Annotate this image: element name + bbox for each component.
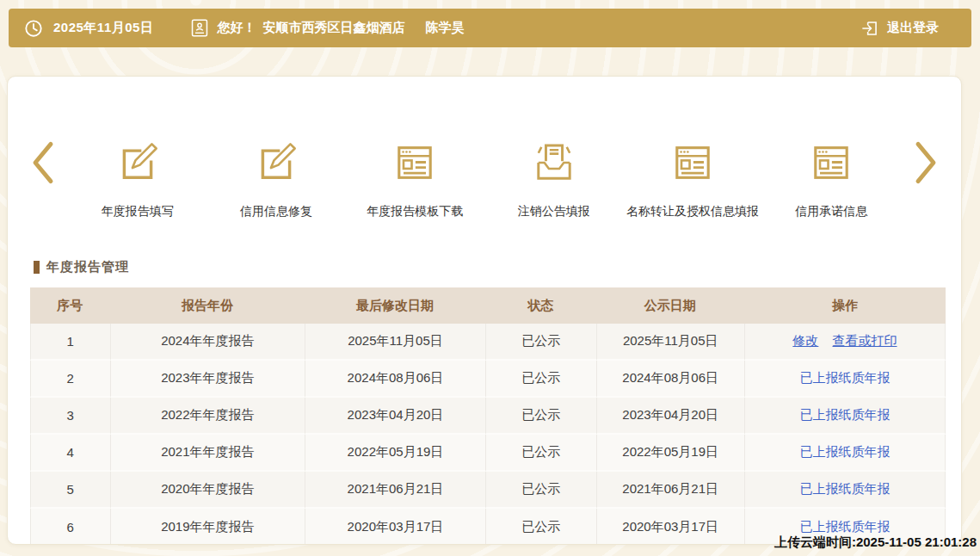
paper-report-link[interactable]: 已上报纸质年报 bbox=[799, 370, 890, 385]
carousel-item-credit-repair[interactable]: 信用信息修复 bbox=[206, 140, 345, 219]
cell-publish: 2021年06月21日 bbox=[596, 472, 744, 509]
carousel-item-name-transfer[interactable]: 名称转让及授权信息填报 bbox=[623, 140, 761, 219]
webpage-list-icon bbox=[809, 140, 854, 185]
col-header-publish: 公示日期 bbox=[596, 287, 744, 324]
cell-seq: 1 bbox=[30, 324, 110, 361]
carousel-prev-button[interactable] bbox=[18, 140, 68, 185]
cell-status: 已公示 bbox=[485, 435, 596, 472]
paper-report-link[interactable]: 已上报纸质年报 bbox=[799, 444, 890, 459]
clock-icon bbox=[24, 19, 43, 38]
cell-publish: 2020年03月17日 bbox=[596, 509, 744, 545]
cell-status: 已公示 bbox=[485, 361, 596, 398]
current-date: 2025年11月05日 bbox=[53, 20, 153, 36]
section-title-bullet bbox=[34, 261, 40, 274]
carousel-item-label: 注销公告填报 bbox=[518, 204, 590, 219]
col-header-year: 报告年份 bbox=[110, 287, 305, 324]
paper-report-link[interactable]: 已上报纸质年报 bbox=[799, 407, 890, 422]
cell-year: 2019年年度报告 bbox=[110, 509, 305, 545]
function-carousel: 年度报告填写 信用信息修复 年度报告模板下载 bbox=[8, 77, 961, 219]
col-header-seq: 序号 bbox=[30, 287, 110, 324]
col-header-modified: 最后修改日期 bbox=[305, 287, 485, 324]
cell-publish: 2022年05月19日 bbox=[596, 435, 744, 472]
section-title: 年度报告管理 bbox=[34, 259, 961, 275]
chevron-right-icon bbox=[911, 139, 940, 186]
cell-actions: 已上报纸质年报 bbox=[744, 361, 946, 398]
annual-report-table-wrapper: 序号 报告年份 最后修改日期 状态 公示日期 操作 1 2024年年度报告 20… bbox=[30, 287, 946, 545]
inbox-document-icon bbox=[532, 140, 576, 185]
cell-actions: 已上报纸质年报 bbox=[744, 398, 946, 435]
cell-status: 已公示 bbox=[485, 509, 596, 545]
annual-report-table: 序号 报告年份 最后修改日期 状态 公示日期 操作 1 2024年年度报告 20… bbox=[30, 287, 946, 545]
logout-label: 退出登录 bbox=[887, 20, 939, 36]
id-card-icon bbox=[191, 18, 208, 38]
cell-seq: 4 bbox=[30, 435, 110, 472]
col-header-status: 状态 bbox=[485, 287, 596, 324]
greeting-text: 您好！ bbox=[217, 20, 256, 36]
cell-modified: 2021年06月21日 bbox=[305, 472, 485, 509]
cell-year: 2024年年度报告 bbox=[110, 324, 305, 361]
cell-status: 已公示 bbox=[485, 324, 596, 361]
cell-status: 已公示 bbox=[485, 472, 596, 509]
paper-report-link[interactable]: 已上报纸质年报 bbox=[799, 519, 890, 534]
table-row: 5 2020年年度报告 2021年06月21日 已公示 2021年06月21日 … bbox=[30, 472, 946, 509]
main-card: 年度报告填写 信用信息修复 年度报告模板下载 bbox=[7, 76, 962, 545]
carousel-item-label: 年度报告模板下载 bbox=[367, 204, 463, 219]
cell-modified: 2022年05月19日 bbox=[305, 435, 485, 472]
carousel-item-template-download[interactable]: 年度报告模板下载 bbox=[346, 140, 484, 219]
cell-actions: 已上报纸质年报 bbox=[744, 435, 946, 472]
company-name: 安顺市西秀区日鑫烟酒店 bbox=[262, 20, 404, 36]
cell-publish: 2023年04月20日 bbox=[596, 398, 744, 435]
cell-modified: 2023年04月20日 bbox=[305, 398, 485, 435]
carousel-item-credit-commitment[interactable]: 信用承诺信息 bbox=[762, 140, 901, 219]
cell-year: 2023年年度报告 bbox=[110, 361, 305, 398]
carousel-next-button[interactable] bbox=[901, 140, 951, 185]
section-title-text: 年度报告管理 bbox=[46, 259, 129, 275]
table-row: 1 2024年年度报告 2025年11月05日 已公示 2025年11月05日 … bbox=[30, 324, 946, 361]
carousel-item-cancellation-notice[interactable]: 注销公告填报 bbox=[484, 140, 623, 219]
cell-seq: 2 bbox=[30, 361, 110, 398]
carousel-item-label: 信用信息修复 bbox=[240, 204, 312, 219]
paper-report-link[interactable]: 已上报纸质年报 bbox=[799, 481, 890, 496]
logout-icon bbox=[860, 19, 879, 38]
cell-modified: 2024年08月06日 bbox=[305, 361, 485, 398]
modify-link[interactable]: 修改 bbox=[792, 333, 818, 348]
chevron-left-icon bbox=[28, 139, 58, 186]
cell-seq: 5 bbox=[30, 472, 110, 509]
col-header-operation: 操作 bbox=[744, 287, 946, 324]
view-or-print-link[interactable]: 查看或打印 bbox=[833, 333, 897, 348]
edit-icon bbox=[254, 140, 299, 185]
cell-year: 2020年年度报告 bbox=[110, 472, 305, 509]
cell-publish: 2024年08月06日 bbox=[596, 361, 744, 398]
cell-seq: 6 bbox=[30, 509, 110, 545]
upload-time-text: 上传云端时间:2025-11-05 21:01:28 bbox=[774, 534, 977, 551]
cell-publish: 2025年11月05日 bbox=[596, 324, 744, 361]
carousel-item-label: 年度报告填写 bbox=[102, 204, 174, 219]
carousel-item-label: 名称转让及授权信息填报 bbox=[626, 204, 759, 219]
table-row: 4 2021年年度报告 2022年05月19日 已公示 2022年05月19日 … bbox=[30, 435, 946, 472]
cell-seq: 3 bbox=[30, 398, 110, 435]
cell-status: 已公示 bbox=[485, 398, 596, 435]
edit-icon bbox=[115, 140, 160, 185]
cell-year: 2022年年度报告 bbox=[110, 398, 305, 435]
cell-actions: 已上报纸质年报 bbox=[744, 472, 946, 509]
date-group: 2025年11月05日 bbox=[24, 19, 153, 38]
cell-actions: 修改 查看或打印 bbox=[744, 324, 946, 361]
user-greeting: 您好！ 安顺市西秀区日鑫烟酒店 陈学昊 bbox=[191, 18, 464, 38]
table-row: 3 2022年年度报告 2023年04月20日 已公示 2023年04月20日 … bbox=[30, 398, 946, 435]
table-row: 2 2023年年度报告 2024年08月06日 已公示 2024年08月06日 … bbox=[30, 361, 946, 398]
table-header-row: 序号 报告年份 最后修改日期 状态 公示日期 操作 bbox=[30, 287, 946, 324]
webpage-list-icon bbox=[392, 140, 437, 185]
webpage-list-icon bbox=[670, 140, 715, 185]
user-name: 陈学昊 bbox=[425, 20, 464, 36]
logout-button[interactable]: 退出登录 bbox=[860, 19, 939, 38]
cell-modified: 2025年11月05日 bbox=[305, 324, 485, 361]
top-bar: 2025年11月05日 您好！ 安顺市西秀区日鑫烟酒店 陈学昊 退出登录 bbox=[9, 9, 971, 47]
carousel-item-label: 信用承诺信息 bbox=[795, 204, 867, 219]
cell-modified: 2020年03月17日 bbox=[305, 509, 485, 545]
carousel-item-annual-report-fill[interactable]: 年度报告填写 bbox=[68, 140, 206, 219]
cell-year: 2021年年度报告 bbox=[110, 435, 305, 472]
